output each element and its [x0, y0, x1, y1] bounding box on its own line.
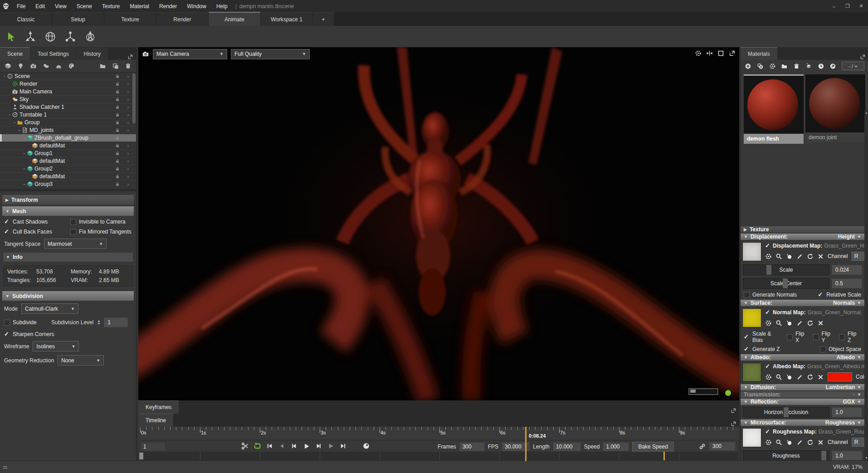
add-sky-icon[interactable] [43, 63, 49, 69]
normal-map-checkbox[interactable] [765, 310, 771, 316]
dissolve-material-icon[interactable] [769, 63, 776, 70]
displacement-map-checkbox[interactable] [765, 243, 771, 249]
tree-row-group2[interactable]: −Group2› [0, 165, 136, 173]
scroll-up-icon[interactable]: ▲ [864, 111, 868, 115]
undock-icon[interactable] [127, 54, 133, 60]
object-space-checkbox[interactable]: Object Space [820, 346, 861, 352]
visibility-toggle-icon[interactable]: › [127, 74, 129, 79]
horizon-occlusion-value[interactable]: 1.0 [832, 407, 862, 417]
tree-row-defaultmat[interactable]: defaultMat› [0, 157, 136, 165]
lock-icon[interactable] [115, 174, 120, 179]
map-browse-icon[interactable] [775, 374, 782, 380]
fix-mirrored-tangents-checkbox[interactable]: Fix Mirrored Tangents [70, 229, 132, 235]
loop-range-input[interactable]: 300 [709, 442, 736, 451]
displacement-scale-value[interactable]: 0.024 [832, 265, 862, 275]
map-settings-gear-icon[interactable] [765, 439, 772, 446]
timeline-ruler[interactable]: 0s1s2s3s4s5s6s7s8s9s [138, 427, 739, 440]
playhead[interactable] [525, 427, 527, 461]
invisible-to-camera-checkbox[interactable]: Invisible to Camera [70, 219, 126, 225]
tab-texture[interactable]: Texture [104, 12, 156, 26]
tree-scrollbar[interactable] [132, 73, 136, 123]
menu-file[interactable]: File [12, 3, 30, 10]
lock-icon[interactable] [115, 182, 120, 186]
viewport-3d[interactable]: Main Camera▼ Full Quality▼ [138, 47, 739, 400]
visibility-toggle-icon[interactable]: › [127, 82, 129, 87]
cast-shadows-checkbox[interactable]: Cast Shadows [4, 219, 67, 225]
tab-keyframes[interactable]: Keyframes [138, 400, 179, 414]
lock-icon[interactable] [115, 89, 120, 94]
tree-row-shadow-catcher-1[interactable]: Shadow Catcher 1› [0, 103, 136, 111]
surface-section-header[interactable]: ▼Surface: Normals▼ [741, 300, 864, 306]
step-back-icon[interactable] [289, 441, 299, 451]
add-camera-icon[interactable] [30, 63, 37, 69]
add-material-icon[interactable] [68, 63, 75, 69]
visibility-toggle-icon[interactable]: › [127, 174, 129, 179]
visibility-toggle-icon[interactable]: › [127, 120, 129, 125]
lock-icon[interactable] [115, 128, 120, 132]
reflection-section-header[interactable]: ▼Reflection: GGX▼ [741, 399, 864, 405]
map-settings-gear-icon[interactable] [765, 374, 772, 380]
length-input[interactable]: 10.000 [553, 442, 581, 451]
tree-row-turntable-1[interactable]: −Turntable 1› [0, 111, 136, 119]
tab-animate[interactable]: Animate [209, 12, 260, 26]
delete-material-icon[interactable] [793, 63, 800, 70]
displacement-section-header[interactable]: ▼Displacement: Height▼ [741, 234, 864, 240]
normal-map-thumbnail[interactable] [742, 308, 761, 327]
roughness-map-checkbox[interactable] [765, 429, 771, 435]
minimize-icon[interactable]: – [827, 0, 841, 12]
menu-texture[interactable]: Texture [97, 3, 125, 10]
visibility-toggle-icon[interactable]: › [127, 97, 129, 102]
delete-icon[interactable] [125, 63, 132, 69]
tree-row-sky[interactable]: Sky› [0, 96, 136, 103]
map-preview-icon[interactable] [786, 320, 793, 327]
tree-expander[interactable]: − [22, 151, 27, 156]
microsurface-section-header[interactable]: ▼Microsurface: Roughness▼ [741, 419, 864, 426]
scale-tool-icon[interactable] [63, 30, 77, 44]
menu-material[interactable]: Material [125, 3, 154, 10]
add-object-icon[interactable] [5, 63, 11, 69]
wireframe-dropdown[interactable]: Isolines▼ [33, 341, 79, 351]
scale-bias-checkbox[interactable]: Scale & Bias [744, 331, 783, 343]
material-folder-icon[interactable] [781, 63, 788, 70]
map-edit-icon[interactable] [796, 439, 803, 446]
undock-keyframes-icon[interactable] [731, 407, 736, 414]
albedo-color-swatch[interactable] [828, 372, 852, 381]
apply-to-selection-icon[interactable] [805, 63, 812, 70]
subdivision-level-value[interactable]: 1 [104, 317, 128, 327]
map-reload-icon[interactable] [807, 439, 814, 446]
tree-row-scene[interactable]: −Scene› [0, 73, 136, 80]
flip-y-checkbox[interactable]: Flip Y [813, 331, 835, 343]
tab-setup[interactable]: Setup [52, 12, 104, 26]
map-clear-icon[interactable] [817, 253, 824, 260]
thumbnail-size-control[interactable]: - / + [842, 62, 864, 70]
roughness-slider[interactable]: Roughness [743, 450, 829, 460]
auto-key-icon[interactable] [361, 441, 371, 451]
menu-view[interactable]: View [50, 3, 72, 10]
lock-icon[interactable] [115, 105, 120, 109]
lock-icon[interactable] [115, 82, 120, 86]
subdivide-checkbox[interactable]: Subdivide [4, 319, 48, 326]
duplicate-icon[interactable] [112, 63, 119, 69]
mesh-section-header[interactable]: ▼ Mesh [2, 206, 134, 216]
surface-mode-dropdown[interactable]: Normals▼ [833, 300, 861, 306]
scroll-down-icon[interactable]: ▼ [864, 456, 868, 460]
step-forward-icon[interactable] [314, 441, 323, 451]
map-preview-icon[interactable] [786, 439, 793, 446]
tangent-space-dropdown[interactable]: Marmoset▼ [44, 239, 107, 249]
visibility-toggle-icon[interactable]: › [127, 143, 129, 148]
map-preview-icon[interactable] [786, 374, 793, 380]
tree-expander[interactable]: − [2, 74, 7, 79]
transmission-mode-dropdown[interactable]: -▼ [853, 391, 861, 398]
turntable-speed-slider[interactable] [688, 388, 718, 395]
texture-section-header[interactable]: ▶Texture [741, 226, 864, 233]
maximize-view-icon[interactable] [717, 50, 724, 57]
undock-view-icon[interactable] [729, 50, 736, 57]
viewport-settings-gear-icon[interactable] [695, 50, 702, 57]
tab-classic[interactable]: Classic [0, 12, 52, 26]
refresh-material-icon[interactable] [818, 63, 824, 70]
info-subheader[interactable]: ▼Info [3, 253, 133, 262]
tree-expander[interactable]: − [22, 182, 27, 187]
material-card-demon-joint[interactable]: demon joint [805, 74, 865, 144]
diffusion-section-header[interactable]: ▼Diffusion: Lambertian▼ [741, 384, 864, 390]
quality-select-dropdown[interactable]: Full Quality▼ [231, 49, 310, 59]
